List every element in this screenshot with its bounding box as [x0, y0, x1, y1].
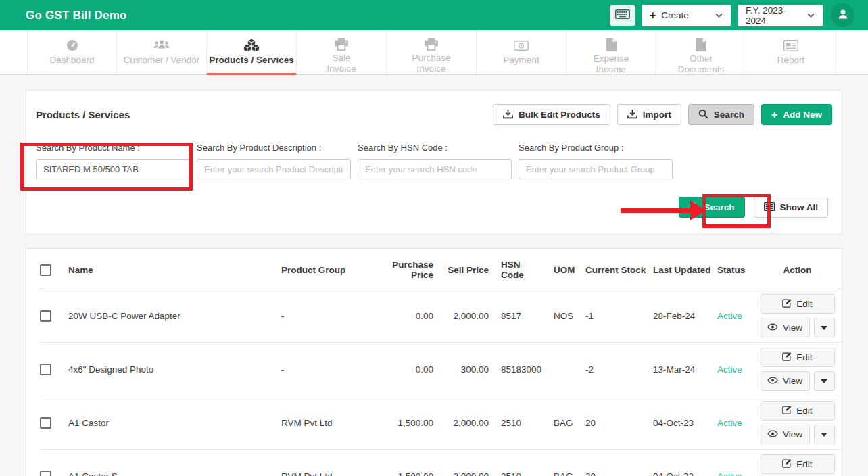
tab-other-documents[interactable]: Other Documents: [656, 30, 746, 74]
app-title: Go GST Bill Demo: [26, 9, 610, 22]
cell-name: A1 Castor S: [68, 450, 281, 476]
eye-icon: [767, 376, 778, 386]
col-current-stock: Current Stock: [585, 249, 653, 289]
document-icon: [606, 38, 617, 51]
view-button[interactable]: View: [761, 318, 810, 337]
select-all-checkbox[interactable]: [40, 264, 51, 276]
tab-sale-invoice[interactable]: Sale Invoice: [297, 30, 387, 74]
view-button[interactable]: View: [761, 371, 810, 391]
hsn-code-input[interactable]: [358, 159, 512, 179]
user-avatar[interactable]: [831, 3, 854, 27]
tab-customer-vendor[interactable]: Customer / Vendor: [117, 30, 207, 74]
toggle-search-button[interactable]: Search: [688, 104, 754, 125]
row-actions-dropdown[interactable]: [814, 425, 835, 444]
row-checkbox[interactable]: [40, 417, 51, 429]
col-uom: UOM: [541, 249, 585, 289]
products-table-card: Name Product Group Purchase Price Sell P…: [26, 248, 842, 476]
row-actions-dropdown[interactable]: [814, 318, 835, 337]
dashboard-icon: [66, 38, 79, 53]
edit-button[interactable]: Edit: [761, 348, 835, 367]
money-icon: [514, 38, 529, 53]
show-all-button[interactable]: Show All: [754, 197, 829, 218]
tab-label: Expense: [594, 53, 629, 64]
products-panel: Products / Services Bulk Edit Products I…: [26, 90, 842, 235]
bulk-edit-products-button[interactable]: Bulk Edit Products: [493, 104, 610, 125]
keyboard-shortcuts-button[interactable]: [610, 5, 635, 26]
filter-product-name: Search By Product Name :: [36, 143, 190, 179]
table-header-row: Name Product Group Purchase Price Sell P…: [40, 249, 842, 289]
row-checkbox[interactable]: [40, 310, 51, 322]
product-description-input[interactable]: [197, 159, 351, 179]
cell-product-group: RVM Pvt Ltd: [281, 396, 379, 450]
tab-report[interactable]: Report: [746, 30, 836, 74]
edit-button[interactable]: Edit: [761, 401, 835, 421]
tab-dashboard[interactable]: Dashboard: [27, 30, 117, 74]
cell-uom: BAG: [541, 450, 585, 476]
cell-uom: BAG: [541, 396, 585, 450]
tab-purchase-invoice[interactable]: Purchase Invoice: [387, 30, 477, 74]
main-nav: Dashboard Customer / Vendor Products / S…: [0, 30, 868, 75]
add-new-button[interactable]: + Add New: [761, 104, 832, 125]
row-checkbox[interactable]: [40, 471, 51, 476]
tab-label: Products / Services: [209, 55, 293, 66]
filter-hsn-code: Search By HSN Code :: [358, 143, 512, 179]
plus-icon: +: [650, 9, 656, 22]
download-icon: [627, 109, 637, 121]
filter-product-group: Search By Product Group :: [519, 143, 673, 179]
caret-down-icon: [821, 433, 827, 437]
edit-icon: [782, 405, 792, 416]
status-badge: Active: [717, 450, 753, 476]
cell-hsn-code: 85183000: [489, 343, 541, 396]
cell-current-stock: 20: [585, 450, 653, 476]
import-button[interactable]: Import: [617, 104, 681, 125]
table-row: A1 Castor RVM Pvt Ltd 1,500.00 2,000.00 …: [40, 396, 842, 450]
chevron-down-icon: [807, 13, 815, 18]
cell-hsn-code: 8517: [489, 289, 541, 343]
page-title: Products / Services: [36, 109, 130, 120]
tab-label: Other: [690, 53, 713, 64]
tab-expense-income[interactable]: Expense Income: [566, 30, 656, 74]
cell-current-stock: 20: [585, 396, 653, 450]
filter-product-description: Search By Product Description :: [197, 143, 351, 179]
products-table: Name Product Group Purchase Price Sell P…: [40, 249, 842, 476]
cell-sell-price: 2,000.00: [433, 396, 489, 450]
cell-current-stock: -2: [585, 343, 653, 396]
status-badge: Active: [717, 289, 753, 343]
product-name-input[interactable]: [36, 159, 190, 179]
view-button[interactable]: View: [761, 425, 810, 444]
fiscal-year-dropdown[interactable]: F.Y. 2023-2024: [738, 5, 823, 26]
col-action: Action: [753, 249, 842, 289]
row-actions-dropdown[interactable]: [814, 371, 835, 391]
cell-last-updated: 13-Mar-24: [653, 343, 717, 396]
tab-label: Purchase: [412, 53, 450, 64]
cell-uom: [541, 343, 585, 396]
col-name: Name: [68, 249, 281, 289]
tab-products-services[interactable]: Products / Services: [207, 30, 297, 74]
create-dropdown[interactable]: + Create: [642, 5, 731, 26]
list-icon: [764, 202, 775, 213]
status-badge: Active: [717, 396, 753, 450]
tab-label: Customer / Vendor: [124, 55, 200, 66]
cell-name: A1 Castor: [68, 396, 281, 450]
document-icon: [696, 38, 706, 51]
table-row: A1 Castor S RVM Pvt Ltd 1,500.00 2,000.0…: [40, 450, 842, 476]
tab-payment[interactable]: Payment: [477, 30, 566, 74]
table-row: 4x6" Designed Photo - 0.00 300.00 851830…: [40, 343, 842, 396]
cell-purchase-price: 0.00: [379, 343, 433, 396]
col-status: Status: [717, 249, 753, 289]
cell-current-stock: -1: [585, 289, 653, 343]
search-button[interactable]: Search: [679, 197, 744, 218]
plus-icon: +: [771, 109, 777, 121]
product-group-input[interactable]: [519, 159, 673, 179]
edit-icon: [782, 298, 792, 310]
filter-product-group-label: Search By Product Group :: [519, 143, 673, 153]
edit-button[interactable]: Edit: [761, 454, 835, 474]
search-icon: [698, 109, 708, 121]
status-badge: Active: [717, 343, 753, 396]
cell-name: 20W USB-C Power Adapter: [68, 289, 281, 343]
cell-purchase-price: 1,500.00: [379, 450, 433, 476]
edit-button[interactable]: Edit: [761, 294, 835, 314]
table-row: 20W USB-C Power Adapter - 0.00 2,000.00 …: [40, 289, 842, 343]
row-checkbox[interactable]: [40, 364, 51, 375]
chevron-down-icon: [715, 13, 723, 18]
